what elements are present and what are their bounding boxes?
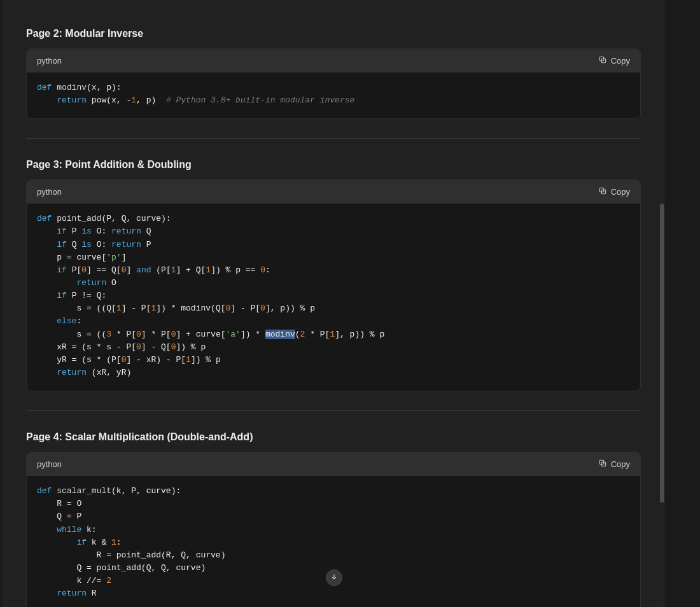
copy-button[interactable]: Copy (598, 459, 630, 470)
section-heading: Page 4: Scalar Multiplication (Double-an… (26, 431, 641, 443)
language-label: python (37, 187, 62, 197)
section-page-2: Page 2: Modular Inverse python Copy def … (26, 28, 641, 139)
chat-response-panel: Page 2: Modular Inverse python Copy def … (3, 0, 664, 607)
scroll-to-bottom-button[interactable] (326, 569, 342, 586)
scrollbar-track[interactable] (659, 0, 664, 607)
code-content[interactable]: def modinv(x, p): return pow(x, -1, p) #… (27, 73, 640, 118)
copy-icon (598, 55, 607, 66)
code-content[interactable]: def point_add(P, Q, curve): if P is O: r… (27, 204, 640, 391)
arrow-down-icon (330, 573, 338, 583)
copy-label: Copy (611, 187, 630, 197)
copy-icon (598, 459, 607, 470)
code-header: python Copy (27, 180, 640, 204)
copy-label: Copy (611, 459, 630, 469)
copy-label: Copy (611, 56, 630, 66)
copy-button[interactable]: Copy (598, 186, 630, 197)
copy-icon (598, 186, 607, 197)
language-label: python (37, 459, 62, 469)
code-block: python Copy def point_add(P, Q, curve): … (26, 179, 641, 391)
copy-button[interactable]: Copy (598, 55, 630, 66)
code-block: python Copy def modinv(x, p): return pow… (26, 48, 641, 119)
code-header: python Copy (27, 49, 640, 73)
content-area: Page 2: Modular Inverse python Copy def … (3, 28, 664, 607)
language-label: python (37, 56, 62, 66)
section-heading: Page 3: Point Addition & Doubling (26, 159, 641, 171)
scrollbar-thumb[interactable] (660, 204, 664, 503)
code-header: python Copy (27, 452, 640, 476)
code-content[interactable]: def scalar_mult(k, P, curve): R = O Q = … (27, 476, 640, 607)
section-heading: Page 2: Modular Inverse (26, 28, 641, 39)
section-page-3: Page 3: Point Addition & Doubling python… (26, 159, 641, 411)
